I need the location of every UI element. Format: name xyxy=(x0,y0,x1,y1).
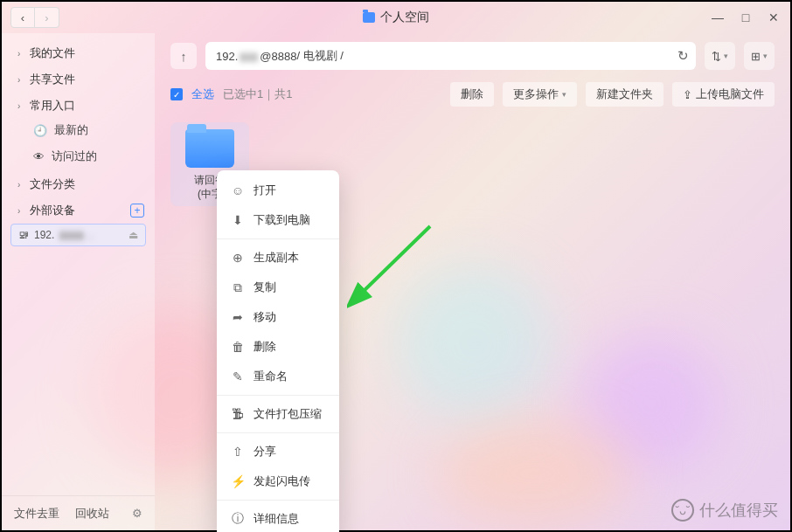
ctx-duplicate[interactable]: ⊕生成副本 xyxy=(217,243,339,273)
sidebar-device-item[interactable]: 🖳 192.▮▮▮▮… ⏏ xyxy=(10,224,146,246)
sidebar: ›我的文件 ›共享文件 ›常用入口 🕘最新的 👁访问过的 ›文件分类 ›外部设备… xyxy=(2,33,155,530)
more-label: 更多操作 xyxy=(513,86,559,102)
sidebar-item-visited[interactable]: 👁访问过的 xyxy=(2,143,155,169)
new-folder-button[interactable]: 新建文件夹 xyxy=(586,82,663,107)
select-all-checkbox[interactable]: ✓ xyxy=(170,88,183,100)
addr-path: / 电视剧 / xyxy=(296,48,343,64)
app-window: ‹ › 个人空间 — □ ✕ ›我的文件 ›共享文件 ›常用入口 🕘最新的 👁访… xyxy=(0,0,792,532)
sidebar-label: 常用入口 xyxy=(30,98,75,114)
minimize-button[interactable]: — xyxy=(710,10,726,25)
ctx-delete[interactable]: 🗑删除 xyxy=(217,332,339,362)
sidebar-group-categories[interactable]: ›文件分类 xyxy=(2,169,155,196)
eye-icon: 👁 xyxy=(33,150,45,163)
go-up-button[interactable]: ↑ xyxy=(170,43,197,69)
share-icon: ⇧ xyxy=(231,445,245,459)
delete-button[interactable]: 删除 xyxy=(450,82,494,107)
upload-button[interactable]: ⇪上传电脑文件 xyxy=(672,82,775,107)
ctx-open[interactable]: ☺打开 xyxy=(217,176,339,205)
sidebar-group-shared[interactable]: ›共享文件 xyxy=(2,65,155,91)
ctx-copy[interactable]: ⧉复制 xyxy=(217,273,339,302)
bolt-icon: ⚡ xyxy=(231,474,245,488)
sidebar-group-common[interactable]: ›常用入口 xyxy=(2,91,155,117)
recycle-bin-link[interactable]: 回收站 xyxy=(75,506,109,522)
more-actions-button[interactable]: 更多操作▾ xyxy=(503,82,577,107)
nav-back-button[interactable]: ‹ xyxy=(10,7,35,28)
sidebar-label: 共享文件 xyxy=(30,72,75,87)
select-all-label[interactable]: 全选 xyxy=(191,86,214,102)
archive-icon: 🗜 xyxy=(231,407,245,421)
settings-gear-icon[interactable]: ⚙ xyxy=(132,507,142,520)
sidebar-label: 访问过的 xyxy=(52,149,97,164)
upload-label: 上传电脑文件 xyxy=(696,86,764,102)
folder-icon xyxy=(185,129,234,168)
sidebar-group-my-files[interactable]: ›我的文件 xyxy=(2,38,155,65)
context-menu: ☺打开 ⬇下载到电脑 ⊕生成副本 ⧉复制 ➦移动 🗑删除 ✎重命名 🗜文件打包压… xyxy=(217,170,339,532)
window-title: 个人空间 xyxy=(2,10,790,25)
reload-button[interactable]: ↻ xyxy=(677,48,689,64)
ctx-download[interactable]: ⬇下载到电脑 xyxy=(217,205,339,235)
folder-icon xyxy=(363,12,375,23)
address-bar[interactable]: 192.▮▮▮@8888 / 电视剧 / ↻ xyxy=(205,42,696,70)
view-mode-button[interactable]: ⊞▾ xyxy=(744,42,775,70)
maximize-button[interactable]: □ xyxy=(738,10,754,25)
add-device-button[interactable]: + xyxy=(130,204,144,218)
open-icon: ☺ xyxy=(231,183,245,197)
action-bar: ✓ 全选 已选中1｜共1 删除 更多操作▾ 新建文件夹 ⇪上传电脑文件 xyxy=(170,82,775,107)
window-title-text: 个人空间 xyxy=(380,10,429,25)
eject-icon[interactable]: ⏏ xyxy=(129,229,138,241)
sidebar-item-recent[interactable]: 🕘最新的 xyxy=(2,117,155,143)
grid-icon: ⊞ xyxy=(751,50,761,63)
sort-button[interactable]: ⇅▾ xyxy=(705,42,735,70)
info-icon: ⓘ xyxy=(231,511,245,527)
ctx-rename[interactable]: ✎重命名 xyxy=(217,362,339,391)
move-icon: ➦ xyxy=(231,310,245,324)
download-icon: ⬇ xyxy=(231,213,245,227)
addr-host-suffix: @8888 xyxy=(260,50,296,63)
device-icon: 🖳 xyxy=(18,229,29,241)
selection-info: 已选中1｜共1 xyxy=(223,86,292,102)
ctx-move[interactable]: ➦移动 xyxy=(217,302,339,332)
sidebar-label: 最新的 xyxy=(54,122,88,138)
sort-icon: ⇅ xyxy=(712,50,721,63)
sidebar-label: 文件分类 xyxy=(30,176,75,192)
device-ip-prefix: 192. xyxy=(34,229,54,241)
clock-icon: 🕘 xyxy=(33,124,47,137)
sidebar-footer: 文件去重 回收站 ⚙ xyxy=(2,495,155,530)
nav-forward-button[interactable]: › xyxy=(35,7,59,28)
rename-icon: ✎ xyxy=(231,370,245,383)
addr-host-blur: ▮▮▮ xyxy=(238,50,260,63)
trash-icon: 🗑 xyxy=(231,340,245,354)
ctx-share[interactable]: ⇧分享 xyxy=(217,437,339,466)
close-button[interactable]: ✕ xyxy=(766,10,782,25)
device-ip-blur: ▮▮▮▮… xyxy=(59,229,94,241)
ctx-flash-transfer[interactable]: ⚡发起闪电传 xyxy=(217,466,339,496)
sidebar-label: 我的文件 xyxy=(30,45,75,61)
duplicate-icon: ⊕ xyxy=(231,251,245,265)
copy-icon: ⧉ xyxy=(231,280,245,295)
titlebar: ‹ › 个人空间 — □ ✕ xyxy=(2,2,790,33)
dedupe-link[interactable]: 文件去重 xyxy=(14,506,59,522)
addr-host-prefix: 192. xyxy=(216,50,238,63)
ctx-compress[interactable]: 🗜文件打包压缩 xyxy=(217,399,339,429)
ctx-details[interactable]: ⓘ详细信息 xyxy=(217,504,339,532)
sidebar-group-external[interactable]: ›外部设备+ xyxy=(2,196,155,222)
sidebar-label: 外部设备 xyxy=(30,203,75,218)
upload-icon: ⇪ xyxy=(683,88,692,101)
